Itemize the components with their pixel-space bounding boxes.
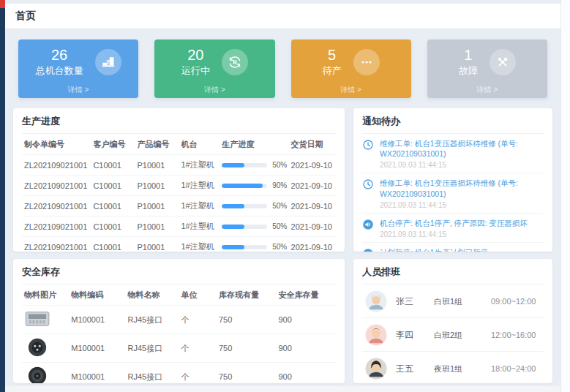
product-no-cell: P10001 bbox=[135, 216, 179, 237]
progress-bar: 90% bbox=[222, 181, 286, 189]
clock-icon bbox=[362, 178, 374, 208]
notice-item[interactable]: 维修工单: 机台1变压器损坏待维修 (单号: WX202109031001) 2… bbox=[362, 173, 544, 213]
delivery-date-cell: 2021-09-10 bbox=[289, 155, 336, 176]
staff-time: 12:00~16:00 bbox=[491, 331, 541, 339]
standby-label: 待产 bbox=[323, 64, 342, 78]
delivery-date-cell: 2021-09-10 bbox=[289, 196, 336, 216]
stat-card-standby[interactable]: 5 待产 详情 > bbox=[291, 39, 411, 98]
col-order-no: 制令单编号 bbox=[22, 134, 91, 155]
panels-grid: 生产进度 制令单编号 客户编号 产品编号 机台 生产进度 交货日期 bbox=[13, 108, 552, 383]
staff-shift: 白班1组 bbox=[434, 296, 491, 307]
customer-no-cell: C10001 bbox=[91, 155, 135, 176]
col-product-no: 产品编号 bbox=[135, 134, 179, 155]
stock-qty-cell: 750 bbox=[217, 306, 277, 334]
material-name-cell: RJ45接口 bbox=[126, 334, 179, 363]
main-area: 首页 26 总机台数量 bbox=[5, 0, 560, 386]
tools-icon bbox=[490, 49, 516, 75]
col-stock-qty: 库存现有量 bbox=[217, 284, 277, 306]
inventory-header-row: 物料图片 物料编码 物料名称 单位 库存现有量 安全库存量 bbox=[22, 284, 336, 306]
order-no-cell: ZL202109021001 bbox=[22, 216, 91, 237]
running-icon bbox=[222, 49, 248, 75]
delivery-date-cell: 2021-09-10 bbox=[289, 216, 336, 237]
staff-name: 张三 bbox=[396, 295, 434, 308]
machine-cell: 1#注塑机 bbox=[179, 196, 220, 216]
running-detail-link[interactable]: 详情 > bbox=[154, 85, 274, 95]
avatar bbox=[365, 358, 387, 380]
fault-label: 故障 bbox=[459, 64, 478, 78]
speaker-icon bbox=[362, 247, 374, 252]
personnel-scheduling-panel: 人员排班 张三 白班1组 09:00~12:00 李四 白班2组 12:00~1… bbox=[353, 259, 552, 383]
dashboard-screen: 首页 26 总机台数量 bbox=[0, 0, 570, 392]
staff-time: 09:00~12:00 bbox=[491, 297, 541, 306]
notice-item[interactable]: 机台停产: 机台1停产, 停产原因: 变压器损坏 2021.09.03 11:4… bbox=[362, 214, 544, 243]
order-no-cell: ZL202109021001 bbox=[22, 176, 91, 196]
col-delivery-date: 交货日期 bbox=[289, 134, 336, 155]
inventory-table: 物料图片 物料编码 物料名称 单位 库存现有量 安全库存量 bbox=[22, 284, 336, 383]
machine-cell: 1#注塑机 bbox=[179, 155, 220, 176]
unit-cell: 个 bbox=[179, 363, 216, 384]
machine-icon bbox=[95, 49, 121, 75]
bottom-scroll-area[interactable] bbox=[5, 386, 560, 392]
right-scroll-area[interactable] bbox=[560, 0, 570, 392]
progress-percent: 50% bbox=[272, 243, 287, 251]
notice-text[interactable]: 计划暂停: 机台1生产计划已暂停 bbox=[380, 247, 488, 252]
material-code-cell: M100001 bbox=[69, 363, 125, 384]
production-row: ZL202109021001 C10001 P10001 1#注塑机 50% 2… bbox=[22, 237, 336, 252]
production-row: ZL202109021001 C10001 P10001 1#注塑机 50% 2… bbox=[22, 216, 336, 237]
total-machines-detail-link[interactable]: 详情 > bbox=[18, 85, 138, 95]
progress-percent: 50% bbox=[272, 222, 287, 230]
production-row: ZL202109021001 C10001 P10001 1#注塑机 50% 2… bbox=[22, 155, 336, 176]
stat-card-running[interactable]: 20 运行中 详情 > bbox=[154, 39, 274, 98]
delivery-date-cell: 2021-09-10 bbox=[289, 176, 336, 196]
page-header: 首页 bbox=[5, 4, 560, 29]
running-label: 运行中 bbox=[181, 64, 210, 78]
production-table: 制令单编号 客户编号 产品编号 机台 生产进度 交货日期 ZL202109021… bbox=[22, 134, 336, 252]
notice-item[interactable]: 维修工单: 机台1变压器损坏待维修 (单号: WX202109031001) 2… bbox=[362, 134, 544, 173]
avatar bbox=[365, 290, 387, 312]
corner-marker bbox=[0, 0, 5, 8]
material-name-cell: RJ45接口 bbox=[126, 363, 179, 384]
safety-qty-cell: 900 bbox=[276, 306, 336, 334]
standby-value: 5 bbox=[323, 47, 342, 63]
total-machines-value: 26 bbox=[36, 47, 83, 63]
notice-text[interactable]: 机台停产: 机台1停产, 停产原因: 变压器损坏 bbox=[380, 218, 528, 228]
standby-detail-link[interactable]: 详情 > bbox=[291, 85, 411, 95]
product-no-cell: P10001 bbox=[135, 196, 179, 216]
production-row: ZL202109021001 C10001 P10001 1#注塑机 50% 2… bbox=[22, 196, 336, 216]
fault-value: 1 bbox=[459, 47, 478, 63]
stat-card-total-machines[interactable]: 26 总机台数量 详情 > bbox=[18, 39, 138, 98]
stat-cards-row: 26 总机台数量 详情 > bbox=[18, 39, 547, 98]
material-code-cell: M100001 bbox=[69, 306, 125, 334]
order-no-cell: ZL202109021001 bbox=[22, 196, 91, 216]
production-progress-panel: 生产进度 制令单编号 客户编号 产品编号 机台 生产进度 交货日期 bbox=[13, 108, 345, 252]
machine-cell: 1#注塑机 bbox=[179, 237, 220, 252]
production-panel-title: 生产进度 bbox=[22, 115, 336, 134]
ellipsis-icon bbox=[353, 49, 380, 75]
notice-text[interactable]: 维修工单: 机台1变压器损坏待维修 (单号: WX202109031001) bbox=[380, 178, 544, 198]
customer-no-cell: C10001 bbox=[91, 216, 135, 237]
machine-cell: 1#注塑机 bbox=[179, 176, 220, 196]
delivery-date-cell: 2021-09-10 bbox=[289, 237, 336, 252]
fault-detail-link[interactable]: 详情 > bbox=[427, 85, 547, 95]
customer-no-cell: C10001 bbox=[91, 176, 135, 196]
speaker-icon bbox=[362, 218, 374, 238]
product-no-cell: P10001 bbox=[135, 176, 179, 196]
machine-cell: 1#注塑机 bbox=[179, 216, 220, 237]
customer-no-cell: C10001 bbox=[91, 237, 135, 252]
avatar bbox=[365, 324, 387, 346]
notice-time: 2021.09.03 11:44:15 bbox=[380, 161, 544, 169]
unit-cell: 个 bbox=[179, 306, 216, 334]
safety-stock-panel-title: 安全库存 bbox=[22, 265, 336, 284]
inventory-row: M100001 RJ45接口 个 750 900 bbox=[22, 334, 336, 363]
notice-text[interactable]: 维修工单: 机台1变压器损坏待维修 (单号: WX202109031001) bbox=[380, 138, 544, 159]
round-connector-image bbox=[23, 350, 51, 359]
stat-card-fault[interactable]: 1 故障 详情 > bbox=[427, 39, 547, 98]
page-title: 首页 bbox=[15, 10, 36, 23]
stock-qty-cell: 750 bbox=[217, 363, 277, 384]
notice-item[interactable]: 计划暂停: 机台1生产计划已暂停 2021.09.03 11:44:15 bbox=[362, 243, 544, 252]
scheduling-panel-title: 人员排班 bbox=[362, 265, 544, 284]
safety-stock-panel: 安全库存 物料图片 物料编码 物料名称 单位 库存现有量 安全库存量 bbox=[13, 259, 345, 383]
safety-qty-cell: 900 bbox=[276, 334, 336, 363]
order-no-cell: ZL202109021001 bbox=[22, 237, 91, 252]
notifications-panel: 通知待办 维修工单: 机台1变压器损坏待维修 (单号: WX2021090310… bbox=[353, 108, 552, 252]
